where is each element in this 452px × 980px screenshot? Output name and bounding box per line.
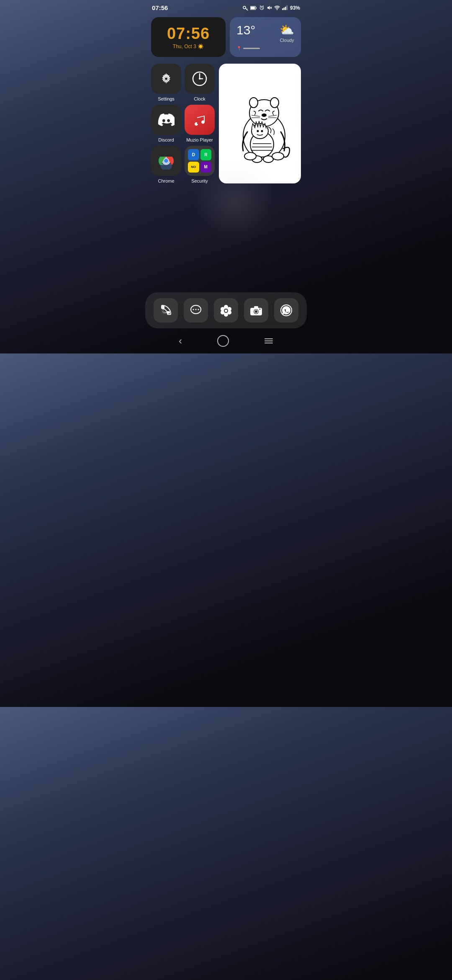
calvin-hobbes-illustration [224, 82, 295, 165]
svg-point-48 [244, 152, 256, 160]
app-security-folder[interactable]: D R NO M Security [185, 146, 215, 183]
signal-icon [282, 5, 288, 10]
status-bar: 07:56 [144, 0, 308, 14]
chrome-label: Chrome [158, 178, 174, 183]
music-note-icon [192, 112, 207, 127]
mute-icon [267, 5, 272, 10]
dock-whatsapp-app[interactable] [274, 298, 298, 322]
middle-section: Settings Clock Discord [144, 60, 308, 187]
settings-gear-icon [159, 71, 174, 86]
app-grid: Settings Clock Discord [151, 64, 215, 183]
dock-messages-app[interactable] [184, 298, 208, 322]
svg-point-54 [193, 309, 194, 310]
svg-point-64 [225, 309, 227, 312]
svg-point-69 [259, 309, 261, 310]
svg-line-10 [263, 6, 264, 7]
flower-icon [219, 304, 233, 317]
app-clock[interactable]: Clock [185, 64, 215, 101]
svg-rect-5 [251, 7, 255, 9]
m-mini-icon: M [200, 162, 212, 173]
weather-condition: Cloudy [280, 38, 294, 43]
onepassword-mini-icon: D [188, 149, 199, 160]
svg-marker-11 [267, 6, 270, 10]
whatsapp-icon [280, 304, 293, 317]
clock-label: Clock [194, 96, 205, 101]
weather-widget[interactable]: 13° ⛅ Cloudy 📍 [230, 17, 301, 57]
svg-rect-17 [285, 7, 286, 10]
svg-rect-16 [283, 8, 285, 10]
app-muzio[interactable]: Muzio Player [185, 105, 215, 142]
battery-percentage: 93% [290, 5, 300, 11]
svg-point-49 [272, 152, 284, 160]
no-mini-icon: NO [188, 162, 199, 173]
dock-phone-app[interactable] [154, 298, 178, 322]
security-folder-icon: D R NO M [185, 146, 215, 176]
svg-point-55 [195, 309, 197, 310]
svg-line-9 [260, 6, 261, 7]
dock-bixby-app[interactable] [214, 298, 238, 322]
status-icons: 93% [242, 5, 300, 11]
location-pin-icon: 📍 [236, 46, 241, 51]
phone-handset-icon [159, 304, 172, 317]
widget-clock-date: Thu, Oct 3 ☀️ [173, 44, 204, 49]
svg-point-56 [198, 309, 199, 310]
chrome-logo-icon [157, 152, 175, 170]
settings-label: Settings [158, 96, 175, 101]
key-icon [242, 5, 248, 11]
widget-clock-time: 07:56 [167, 25, 210, 43]
svg-line-2 [247, 9, 247, 10]
discord-label: Discord [158, 137, 174, 142]
discord-logo-icon [158, 113, 175, 126]
svg-rect-4 [256, 7, 257, 8]
svg-point-25 [199, 78, 200, 80]
discord-icon-bg [151, 105, 181, 135]
chrome-icon-bg [151, 146, 181, 176]
svg-point-33 [270, 98, 279, 108]
app-settings[interactable]: Settings [151, 64, 181, 101]
camera-icon [249, 304, 263, 316]
app-chrome[interactable]: Chrome [151, 146, 181, 183]
svg-point-41 [257, 130, 259, 132]
dock [145, 292, 307, 328]
wifi-icon [274, 5, 280, 10]
recents-button[interactable] [264, 338, 273, 344]
svg-point-34 [262, 113, 267, 117]
messages-bubble-icon [189, 304, 203, 317]
back-button[interactable]: ‹ [179, 335, 182, 347]
muzio-label: Muzio Player [186, 137, 213, 142]
svg-line-8 [262, 8, 262, 8]
svg-point-14 [277, 9, 277, 10]
svg-rect-15 [282, 8, 283, 10]
alarm-icon [259, 5, 265, 10]
cloud-icon: ⛅ [280, 23, 294, 37]
widgets-row: 07:56 Thu, Oct 3 ☀️ 13° ⛅ Cloudy 📍 [144, 14, 308, 60]
clock-icon-bg [185, 64, 215, 94]
status-time: 07:56 [152, 4, 168, 11]
app-discord[interactable]: Discord [151, 105, 181, 142]
svg-point-29 [164, 159, 168, 163]
svg-rect-18 [286, 5, 288, 10]
settings-icon-bg [151, 64, 181, 94]
weather-location: 📍 [236, 46, 294, 51]
svg-point-32 [249, 98, 258, 108]
calvin-hobbes-widget [219, 64, 301, 183]
muzio-icon-bg [185, 105, 215, 135]
svg-rect-68 [254, 306, 258, 308]
robinhood-mini-icon: R [200, 149, 212, 160]
security-label: Security [191, 178, 208, 183]
clock-face-icon [191, 70, 208, 87]
svg-point-42 [261, 130, 263, 132]
dock-camera-app[interactable] [244, 298, 268, 322]
weather-temperature: 13° [236, 23, 255, 37]
navigation-bar: ‹ [144, 332, 308, 350]
clock-widget[interactable]: 07:56 Thu, Oct 3 ☀️ [151, 17, 226, 57]
recent-apps-icon [264, 338, 273, 344]
home-button[interactable] [217, 335, 229, 347]
battery-icon [250, 6, 257, 10]
